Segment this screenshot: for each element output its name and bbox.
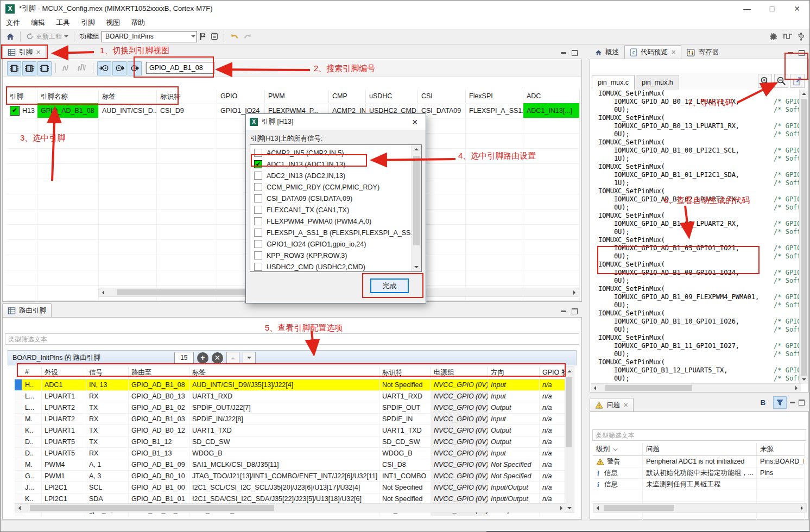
pins-column-header[interactable]: FlexSPI [466, 90, 523, 104]
pins-column-header[interactable]: 引脚名称 [37, 90, 99, 104]
show-routed-in-button[interactable] [97, 61, 111, 75]
panel-maximize-icon[interactable] [572, 50, 578, 56]
panel-minimize-icon[interactable] [561, 52, 566, 54]
redo-button[interactable] [241, 33, 255, 40]
pins-column-header[interactable]: CSI [418, 90, 466, 104]
close-button[interactable]: ✕ [784, 1, 809, 17]
export-code-button[interactable] [790, 74, 805, 88]
routed-cell[interactable]: Output [488, 402, 540, 414]
routed-column-header[interactable]: 信号 [86, 366, 129, 379]
routed-cell[interactable]: NVCC_GPIO (0V) [431, 425, 488, 436]
tab-pin-mux-h[interactable]: pin_mux.h [636, 75, 679, 90]
routed-cell[interactable]: WDOG_B [189, 448, 379, 459]
chip-perspective-icon[interactable] [769, 32, 778, 41]
undo-button[interactable] [227, 33, 241, 40]
routed-cell[interactable]: Not Specified [488, 471, 540, 482]
panel-maximize-icon[interactable] [799, 400, 805, 406]
routed-cell[interactable]: Input [488, 391, 540, 402]
routed-cell[interactable]: GPIO_B1_13 [129, 448, 189, 459]
routed-cell[interactable]: G.. [22, 471, 42, 482]
pins-column-header[interactable]: 引脚 [7, 90, 37, 104]
signal-checkbox[interactable] [254, 183, 262, 191]
routed-cell[interactable]: D.. [22, 436, 42, 448]
routed-cell[interactable]: LPI2C1 [42, 482, 86, 493]
routed-cell[interactable]: M. [22, 414, 42, 425]
signal-option[interactable]: FLEXSPI_A_SS1_B (FLEXSPI,FLEXSPI_A_SS1_B… [250, 227, 421, 238]
signal-checkbox[interactable] [254, 240, 262, 248]
pins-cell[interactable]: ADC1_IN13[...] [523, 103, 580, 118]
routed-pin-row[interactable]: H..ADC1IN, 13GPIO_AD_B1_08AUD_INT/CSI_D9… [15, 379, 565, 391]
routed-cell[interactable]: Input [488, 414, 540, 425]
analog-signals-button[interactable] [60, 61, 74, 75]
panel-minimize-icon[interactable] [788, 52, 793, 54]
routed-cell[interactable]: Input [488, 379, 540, 391]
pins-cell[interactable]: GPIO_AD_B1_08 [37, 103, 99, 118]
remove-pin-button[interactable]: ✕ [212, 352, 223, 364]
problems-filter-input[interactable] [592, 429, 806, 441]
tab-registers[interactable]: 寄存器 [681, 45, 724, 59]
routed-pin-row[interactable]: J...LPI2C1SCLGPIO_AD_B1_00I2C1_SCL/CSI_I… [15, 482, 565, 493]
digital-signals-button[interactable] [75, 61, 89, 75]
pin-checkbox[interactable]: ✔ [10, 106, 20, 116]
routed-cell[interactable]: GPIO_B1_12 [129, 436, 189, 448]
routed-cell[interactable]: SPDIF_IN [379, 414, 431, 425]
routed-cell[interactable]: SD_CD_SW [189, 436, 379, 448]
routed-cell[interactable]: GPIO_AD_B1_09 [129, 459, 189, 471]
routed-cell[interactable]: RX [86, 414, 129, 425]
routed-cell[interactable]: A, 3 [86, 471, 129, 482]
routed-cell[interactable]: JTAG_TDO/J21[13]/INT1_COMBO/ENET_INT/J22… [189, 471, 379, 482]
signal-checkbox[interactable] [254, 217, 262, 225]
pins-column-header[interactable]: GPIO [217, 90, 265, 104]
tab-pins[interactable]: 引脚 ✕ [2, 45, 46, 59]
routed-pin-row[interactable]: G..PWM1A, 3GPIO_AD_B0_10JTAG_TDO/J21[13]… [15, 471, 565, 482]
menu-item[interactable]: 编辑 [26, 18, 50, 28]
routed-pin-row[interactable]: M.LPUART2RXGPIO_AD_B1_03SPDIF_IN/J22[8]S… [15, 414, 565, 425]
routed-cell[interactable]: SAI1_MCLK/CSI_D8/J35[11] [189, 459, 379, 471]
panel-minimize-icon[interactable] [790, 402, 795, 403]
routed-cell[interactable]: NVCC_GPIO (0V) [431, 471, 488, 482]
code-horizontal-scrollbar[interactable] [591, 383, 801, 392]
menu-item[interactable]: 帮助 [125, 18, 150, 28]
routed-pin-row[interactable]: L...LPUART2TXGPIO_AD_B1_02SPDIF_OUT/J22[… [15, 402, 565, 414]
routed-column-header[interactable]: 电源组 [431, 366, 488, 379]
signal-option[interactable]: FLEXPWM4_PWMA0 (PWM4,A,0) [250, 216, 421, 227]
routed-cell[interactable]: GPIO_AD_B1_02 [129, 402, 189, 414]
routed-cell[interactable]: Input/Output [488, 482, 540, 493]
show-routed-out-button[interactable] [128, 61, 142, 75]
routed-cell[interactable]: UART1_RXD [379, 391, 431, 402]
panel-minimize-icon[interactable] [561, 311, 566, 312]
pins-column-header[interactable]: uSDHC [366, 90, 418, 104]
routed-cell[interactable]: GPIO_AD_B1_08 [129, 379, 189, 391]
routed-cell[interactable]: RX [86, 391, 129, 402]
routed-filter-input[interactable] [5, 333, 579, 345]
scroll-down-icon[interactable] [800, 376, 808, 384]
routed-cell[interactable]: INT1_COMBO [379, 471, 431, 482]
routed-cell[interactable]: Input [488, 448, 540, 459]
signal-checkbox[interactable]: ✔ [254, 160, 262, 168]
dialog-title-bar[interactable]: X 引脚 [H13] ✕ [246, 114, 426, 130]
peripheral-signal-icon[interactable] [783, 33, 793, 40]
routed-cell[interactable]: A, 1 [86, 459, 129, 471]
routed-cell[interactable]: CSI_D8 [379, 459, 431, 471]
routed-cell[interactable]: SPDIF_OUT/J22[7] [189, 402, 379, 414]
routed-cell[interactable]: LPUART5 [42, 436, 86, 448]
routed-column-header[interactable]: 标识符 [379, 366, 431, 379]
routed-pin-row[interactable]: K..LPUART1TXGPIO_AD_B0_12UART1_TXDUART1_… [15, 425, 565, 436]
scroll-right-icon[interactable] [793, 384, 801, 392]
signal-option[interactable]: CSI_DATA09 (CSI,DATA,09) [250, 193, 421, 204]
package-pins-both-view-button[interactable] [22, 61, 36, 75]
close-icon[interactable]: ✕ [671, 49, 676, 56]
pins-column-header[interactable]: ADC [523, 90, 580, 104]
routed-cell[interactable]: Not Specified [379, 482, 431, 493]
minimize-button[interactable]: — [735, 1, 760, 17]
routed-cell[interactable]: Not Specified [488, 459, 540, 471]
panel-maximize-icon[interactable] [572, 308, 578, 314]
scroll-down-icon[interactable] [412, 263, 421, 271]
routed-cell[interactable]: ADC1 [42, 379, 86, 391]
scroll-up-icon[interactable] [412, 145, 421, 153]
routed-cell[interactable]: NVCC_GPIO (0V) [431, 436, 488, 448]
routed-cell[interactable]: LPUART2 [42, 414, 86, 425]
routed-cell[interactable]: NVCC_GPIO (0V) [431, 482, 488, 493]
done-button[interactable]: 完成 [370, 278, 409, 293]
routed-cell[interactable]: WDOG_B [379, 448, 431, 459]
